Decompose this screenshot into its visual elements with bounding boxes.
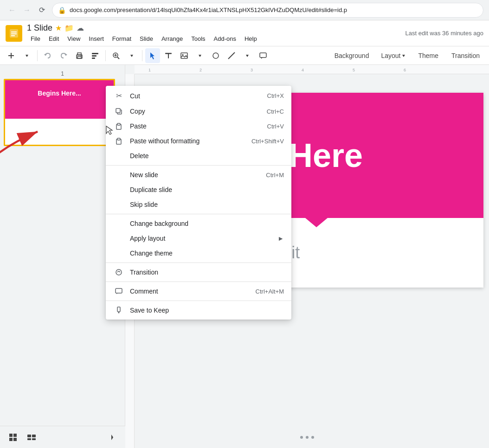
context-menu-transition[interactable]: Transition [106, 265, 291, 280]
line-tool[interactable] [224, 48, 239, 63]
comment-label: Comment [130, 288, 158, 295]
svg-rect-32 [9, 438, 13, 441]
svg-rect-30 [9, 434, 13, 437]
url-text: docs.google.com/presentation/d/14lsqUi0h… [70, 6, 347, 13]
last-edit-text: Last edit was 36 minutes ago [405, 30, 483, 37]
context-menu: ✂ Cut Ctrl+X Copy Ctrl+C Paste Ctrl+V Pa… [106, 86, 291, 320]
context-menu-comment[interactable]: Comment Ctrl+Alt+M [106, 284, 291, 299]
menu-bar: File Edit View Insert Format Slide Arran… [27, 34, 261, 44]
app-logo [6, 25, 22, 42]
folder-icon[interactable]: 📁 [64, 24, 74, 32]
comment-icon [113, 288, 124, 295]
menu-addons[interactable]: Add-ons [210, 34, 240, 44]
cut-label: Cut [130, 92, 140, 100]
ctx-sep-4 [106, 282, 291, 282]
app-header: 1 Slide ★ 📁 ☁ File Edit View Insert Form… [0, 20, 489, 46]
svg-text:3: 3 [251, 68, 253, 72]
browser-bar: ← → ⟳ 🔒 docs.google.com/presentation/d/1… [0, 0, 489, 20]
theme-button[interactable]: Theme [412, 50, 444, 61]
transition-button[interactable]: Transition [446, 50, 485, 61]
cut-icon: ✂ [113, 91, 124, 100]
slide-thumbnail[interactable]: Begins Here... [4, 79, 115, 146]
add-button[interactable] [4, 48, 19, 63]
print-button[interactable] [72, 48, 87, 63]
slide-thumb-title: Begins Here... [38, 90, 81, 97]
ctx-sep-1 [106, 165, 291, 166]
collapse-panel-button[interactable] [105, 430, 120, 445]
line-dropdown[interactable] [240, 48, 255, 63]
svg-rect-11 [92, 53, 98, 54]
undo-button[interactable] [40, 48, 55, 63]
back-button[interactable]: ← [6, 4, 19, 17]
image-tool[interactable] [177, 48, 192, 63]
star-icon[interactable]: ★ [55, 24, 62, 32]
svg-rect-46 [116, 109, 120, 113]
redo-button[interactable] [56, 48, 71, 63]
slide-nav-dots [300, 436, 314, 439]
shape-tool[interactable] [208, 48, 223, 63]
context-menu-duplicate-slide[interactable]: Duplicate slide [106, 182, 291, 197]
svg-rect-48 [117, 123, 120, 125]
skip-slide-label: Skip slide [130, 201, 158, 208]
context-menu-change-background[interactable]: Change background [106, 216, 291, 231]
apply-layout-arrow: ► [277, 235, 284, 242]
svg-rect-20 [168, 53, 169, 58]
menu-insert[interactable]: Insert [85, 34, 108, 44]
context-menu-change-theme[interactable]: Change theme [106, 246, 291, 261]
svg-point-24 [213, 53, 219, 58]
context-menu-copy[interactable]: Copy Ctrl+C [106, 104, 291, 119]
background-button[interactable]: Background [329, 50, 375, 61]
comment-tool[interactable] [256, 48, 270, 63]
paste-label: Paste [130, 122, 147, 130]
text-tool[interactable] [161, 48, 176, 63]
zoom-dropdown[interactable] [124, 48, 139, 63]
svg-rect-53 [117, 307, 120, 312]
menu-file[interactable]: File [27, 34, 44, 44]
svg-text:5: 5 [353, 68, 355, 72]
address-bar[interactable]: 🔒 docs.google.com/presentation/d/14lsqUi… [52, 3, 483, 18]
toolbar-right: Background Layout Theme Transition [329, 50, 485, 61]
zoom-button[interactable] [109, 48, 123, 63]
svg-rect-13 [92, 58, 95, 59]
reload-button[interactable]: ⟳ [35, 4, 48, 17]
cloud-icon[interactable]: ☁ [77, 24, 84, 32]
menu-view[interactable]: View [64, 34, 84, 44]
context-menu-save-to-keep[interactable]: Save to Keep [106, 303, 291, 318]
context-menu-cut[interactable]: ✂ Cut Ctrl+X [106, 88, 291, 104]
svg-rect-9 [77, 57, 81, 58]
separator-1 [37, 50, 38, 61]
layout-button[interactable]: Layout [376, 50, 411, 61]
menu-edit[interactable]: Edit [45, 34, 63, 44]
ctx-sep-5 [106, 301, 291, 301]
apply-layout-label: Apply layout [130, 235, 165, 242]
paint-format-button[interactable] [88, 48, 103, 63]
svg-point-54 [118, 312, 120, 314]
new-slide-shortcut: Ctrl+M [266, 172, 284, 179]
svg-rect-35 [32, 435, 36, 437]
context-menu-new-slide[interactable]: New slide Ctrl+M [106, 167, 291, 182]
copy-shortcut: Ctrl+C [267, 108, 284, 115]
context-menu-apply-layout[interactable]: Apply layout ► [106, 231, 291, 246]
menu-tools[interactable]: Tools [187, 34, 209, 44]
dot-1 [300, 436, 303, 439]
svg-marker-23 [199, 55, 201, 57]
menu-arrange[interactable]: Arrange [158, 34, 187, 44]
context-menu-skip-slide[interactable]: Skip slide [106, 197, 291, 212]
select-tool[interactable] [145, 48, 160, 63]
menu-slide[interactable]: Slide [136, 34, 157, 44]
copy-label: Copy [130, 108, 145, 115]
context-menu-paste-no-format[interactable]: Paste without formatting Ctrl+Shift+V [106, 134, 291, 148]
add-dropdown[interactable] [19, 48, 34, 63]
nav-buttons: ← → ⟳ [6, 4, 48, 17]
grid-view-button[interactable] [6, 430, 20, 445]
image-dropdown[interactable] [193, 48, 207, 63]
paste-shortcut: Ctrl+V [267, 123, 284, 130]
context-menu-delete[interactable]: Delete [106, 148, 291, 163]
svg-line-25 [228, 52, 235, 59]
filmstrip-view-button[interactable] [24, 430, 39, 445]
context-menu-paste[interactable]: Paste Ctrl+V [106, 119, 291, 134]
menu-format[interactable]: Format [109, 34, 135, 44]
separator-2 [105, 50, 106, 61]
menu-help[interactable]: Help [241, 34, 261, 44]
forward-button[interactable]: → [20, 4, 33, 17]
